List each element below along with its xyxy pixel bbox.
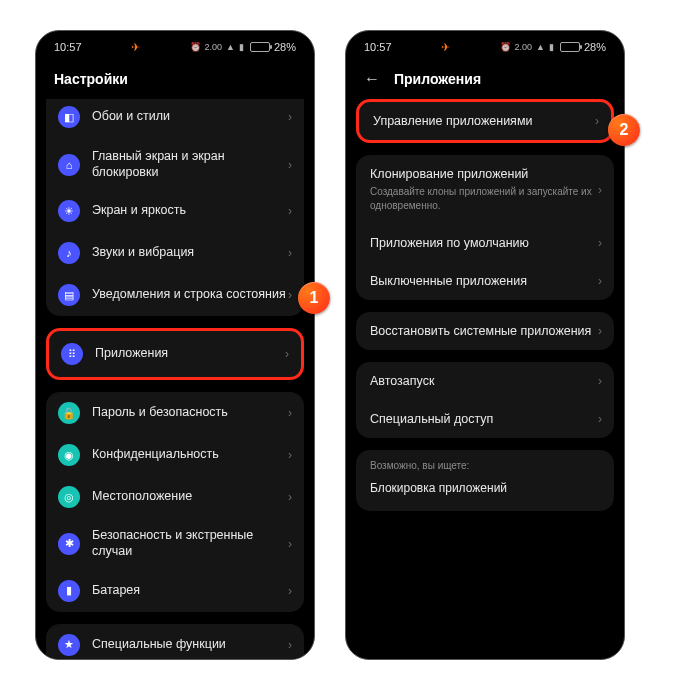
- back-arrow-icon[interactable]: ←: [364, 71, 380, 87]
- row-label: Главный экран и экран блокировки: [92, 149, 288, 180]
- row-apps-highlighted[interactable]: ⠿ Приложения ›: [46, 328, 304, 380]
- row-special[interactable]: ★ Специальные функции ›: [46, 624, 304, 661]
- star-icon: ★: [58, 634, 80, 656]
- palette-icon: ◧: [58, 106, 80, 128]
- page-title-bar: Настройки: [36, 63, 314, 93]
- row-clone-apps[interactable]: Клонирование приложений Создавайте клоны…: [356, 155, 614, 224]
- chevron-right-icon: ›: [598, 183, 602, 197]
- battery-icon: [560, 42, 580, 52]
- phone-screenshot-1: 10:57 ✈ ⏰ 2.00 ▲ ▮ 28% Настройки ◧ Обои …: [35, 30, 315, 660]
- page-title: Настройки: [54, 71, 128, 87]
- chevron-right-icon: ›: [288, 490, 292, 504]
- row-label: Приложения: [95, 346, 285, 362]
- row-label: Экран и яркость: [92, 203, 288, 219]
- chevron-right-icon: ›: [598, 274, 602, 288]
- row-label: Батарея: [92, 583, 288, 599]
- signal-icon: ▮: [239, 42, 244, 52]
- row-label: Конфиденциальность: [92, 447, 288, 463]
- brightness-icon: ☀: [58, 200, 80, 222]
- chevron-right-icon: ›: [598, 374, 602, 388]
- row-privacy[interactable]: ◉ Конфиденциальность ›: [46, 434, 304, 476]
- bell-icon: ▤: [58, 284, 80, 306]
- battery-pct: 28%: [274, 41, 296, 53]
- row-label: Автозапуск: [370, 374, 434, 388]
- row-disabled-apps[interactable]: Выключенные приложения ›: [356, 262, 614, 300]
- chevron-right-icon: ›: [288, 537, 292, 551]
- sound-icon: ♪: [58, 242, 80, 264]
- hint-item-app-lock[interactable]: Блокировка приложений: [370, 481, 600, 495]
- row-label: Местоположение: [92, 489, 288, 505]
- row-label: Выключенные приложения: [370, 274, 527, 288]
- status-bar: 10:57 ✈ ⏰ 2.00 ▲ ▮ 28%: [346, 31, 624, 63]
- status-bar: 10:57 ✈ ⏰ 2.00 ▲ ▮ 28%: [36, 31, 314, 63]
- row-label: Специальный доступ: [370, 412, 493, 426]
- chevron-right-icon: ›: [288, 406, 292, 420]
- alarm-icon: ⏰: [500, 42, 511, 52]
- row-label: Специальные функции: [92, 637, 288, 653]
- alarm-icon: ⏰: [190, 42, 201, 52]
- battery-pct: 28%: [584, 41, 606, 53]
- row-password[interactable]: 🔒 Пароль и безопасность ›: [46, 392, 304, 434]
- shield-icon: ◉: [58, 444, 80, 466]
- send-icon: ✈: [441, 41, 450, 54]
- step-badge-2: 2: [608, 114, 640, 146]
- row-label: Управление приложениями: [373, 114, 532, 128]
- phone-screenshot-2: 10:57 ✈ ⏰ 2.00 ▲ ▮ 28% ← Приложения Упра…: [345, 30, 625, 660]
- home-icon: ⌂: [58, 154, 80, 176]
- row-label: Безопасность и экстренные случаи: [92, 528, 288, 559]
- chevron-right-icon: ›: [595, 114, 599, 128]
- row-label: Восстановить системные приложения: [370, 324, 591, 338]
- row-wallpaper[interactable]: ◧ Обои и стили ›: [46, 99, 304, 139]
- row-restore-system[interactable]: Восстановить системные приложения ›: [356, 312, 614, 350]
- row-special-access[interactable]: Специальный доступ ›: [356, 400, 614, 438]
- chevron-right-icon: ›: [598, 412, 602, 426]
- wifi-icon: ▲: [226, 42, 235, 52]
- chevron-right-icon: ›: [285, 347, 289, 361]
- battery-icon: [250, 42, 270, 52]
- status-time: 10:57: [364, 41, 392, 53]
- hint-group: Возможно, вы ищете: Блокировка приложени…: [356, 450, 614, 511]
- apps-group-a: Клонирование приложений Создавайте клоны…: [356, 155, 614, 300]
- row-homescreen[interactable]: ⌂ Главный экран и экран блокировки ›: [46, 139, 304, 190]
- row-label: Обои и стили: [92, 109, 288, 125]
- chevron-right-icon: ›: [288, 448, 292, 462]
- row-location[interactable]: ◎ Местоположение ›: [46, 476, 304, 518]
- hint-heading: Возможно, вы ищете:: [370, 460, 600, 471]
- page-title-bar: ← Приложения: [346, 63, 624, 93]
- location-icon: ◎: [58, 486, 80, 508]
- chevron-right-icon: ›: [288, 110, 292, 124]
- row-emergency[interactable]: ✱ Безопасность и экстренные случаи ›: [46, 518, 304, 569]
- row-subtitle: Создавайте клоны приложений и запускайте…: [370, 185, 600, 212]
- row-label: Пароль и безопасность: [92, 405, 288, 421]
- page-title: Приложения: [394, 71, 481, 87]
- chevron-right-icon: ›: [598, 236, 602, 250]
- chevron-right-icon: ›: [288, 246, 292, 260]
- status-right: ⏰ 2.00 ▲ ▮ 28%: [190, 41, 296, 53]
- row-manage-apps-highlighted[interactable]: Управление приложениями ›: [356, 99, 614, 143]
- apps-group-b: Восстановить системные приложения ›: [356, 312, 614, 350]
- row-battery[interactable]: ▮ Батарея ›: [46, 570, 304, 612]
- row-sound[interactable]: ♪ Звуки и вибрация ›: [46, 232, 304, 274]
- row-default-apps[interactable]: Приложения по умолчанию ›: [356, 224, 614, 262]
- settings-group-display: ◧ Обои и стили › ⌂ Главный экран и экран…: [46, 99, 304, 316]
- row-label: Клонирование приложений: [370, 167, 528, 181]
- send-icon: ✈: [131, 41, 140, 54]
- battery-row-icon: ▮: [58, 580, 80, 602]
- settings-group-more: ★ Специальные функции › ◐ Цифровое благо…: [46, 624, 304, 661]
- lock-icon: 🔒: [58, 402, 80, 424]
- row-autostart[interactable]: Автозапуск ›: [356, 362, 614, 400]
- row-label: Приложения по умолчанию: [370, 236, 529, 250]
- signal-icon: ▮: [549, 42, 554, 52]
- chevron-right-icon: ›: [288, 158, 292, 172]
- chevron-right-icon: ›: [598, 324, 602, 338]
- net-speed: 2.00: [205, 42, 223, 52]
- row-notifications[interactable]: ▤ Уведомления и строка состояния ›: [46, 274, 304, 316]
- chevron-right-icon: ›: [288, 288, 292, 302]
- status-time: 10:57: [54, 41, 82, 53]
- chevron-right-icon: ›: [288, 204, 292, 218]
- row-display[interactable]: ☀ Экран и яркость ›: [46, 190, 304, 232]
- row-label: Уведомления и строка состояния: [92, 287, 288, 303]
- chevron-right-icon: ›: [288, 638, 292, 652]
- emergency-icon: ✱: [58, 533, 80, 555]
- status-right: ⏰ 2.00 ▲ ▮ 28%: [500, 41, 606, 53]
